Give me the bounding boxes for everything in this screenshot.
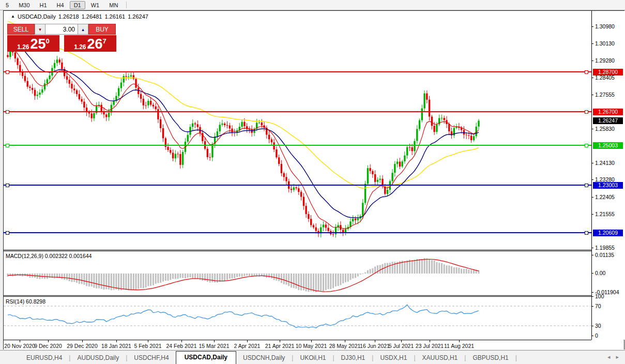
date-tick — [459, 340, 460, 342]
tab-gbpusd-h1[interactable]: GBPUSD,H1 — [466, 352, 515, 364]
axis-tick — [591, 197, 593, 198]
timeframe-button-h1[interactable]: H1 — [36, 1, 51, 9]
axis-label-1.22405: 1.22405 — [595, 194, 615, 200]
macd-axis-label-0.00: 0.00 — [595, 270, 605, 276]
line-handle[interactable] — [6, 70, 9, 74]
price-badge-1.20609: 1.20609 — [593, 230, 623, 236]
axis-tick — [591, 43, 593, 44]
line-handle[interactable] — [585, 184, 588, 187]
chart-tabs-bar: EURUSD,H4|AUDUSD,Daily|USDCHF,H4USDCAD,D… — [0, 350, 625, 364]
sell-button[interactable]: SELL — [7, 24, 35, 35]
tab-dj30-h1[interactable]: DJ30,H1 — [334, 352, 372, 364]
date-tick — [82, 340, 83, 342]
date-label: 16 Jun 2021 — [360, 343, 390, 349]
collapse-triangle-icon[interactable]: ▲ — [11, 14, 15, 19]
sell-price-small: 1.26 — [17, 43, 29, 51]
date-label: 2 Apr 2021 — [234, 343, 261, 349]
axis-label-1.21555: 1.21555 — [595, 211, 615, 217]
axis-tick — [591, 296, 593, 297]
axis-tick — [591, 255, 593, 255]
buy-button[interactable]: BUY — [88, 24, 116, 35]
date-axis[interactable]: 20 Nov 20209 Dec 202029 Dec 202018 Jan 2… — [4, 340, 624, 350]
rsi-axis-label-0: 0 — [595, 332, 598, 339]
timeframe-button-h4[interactable]: H4 — [53, 1, 68, 9]
axis-tick — [591, 292, 593, 293]
tab-usdchf-h4[interactable]: USDCHF,H4 — [127, 352, 175, 364]
date-tick — [401, 340, 402, 342]
date-label: 18 Jan 2021 — [101, 343, 131, 349]
buy-price-big: 26 — [87, 38, 103, 51]
tab-usdx-h1[interactable]: USDX,H1 — [373, 352, 414, 364]
axis-label-1.25830: 1.25830 — [595, 126, 615, 132]
axis-label-1.24130: 1.24130 — [595, 160, 615, 166]
tab-usdcnh-daily[interactable]: USDCNH,Daily — [236, 352, 292, 364]
horizontal-line-1.287[interactable] — [4, 71, 591, 72]
tab-xauusd-h1[interactable]: XAUUSD,H1 — [416, 352, 465, 364]
tab-audusd-daily[interactable]: AUDUSD,Daily — [70, 352, 126, 364]
date-label: 5 Feb 2021 — [134, 343, 161, 349]
axis-tick — [591, 336, 593, 336]
axis-tick — [591, 129, 593, 129]
tab-usdcad-daily[interactable]: USDCAD,Daily — [176, 351, 236, 364]
rsi-indicator-panel[interactable] — [4, 296, 591, 340]
buy-price-display[interactable]: 1.26 26 7 — [64, 35, 116, 52]
axis-tick — [591, 95, 593, 95]
tab-separator: | — [515, 354, 517, 364]
axis-tick — [591, 179, 593, 180]
line-handle[interactable] — [585, 70, 588, 74]
current-price-badge: 1.26247 — [593, 117, 623, 124]
line-handle[interactable] — [585, 231, 588, 235]
horizontal-line-1.25003[interactable] — [4, 145, 591, 146]
price-axis[interactable]: 1.309801.301301.292801.287001.284051.275… — [592, 11, 625, 340]
tab-eurusd-h4[interactable]: EURUSD,H4 — [20, 352, 69, 364]
horizontal-line-1.23003[interactable] — [4, 185, 591, 186]
line-handle[interactable] — [585, 144, 588, 147]
date-tick — [20, 340, 20, 342]
date-tick — [48, 340, 49, 342]
sell-price-display[interactable]: 1.26 25 0 — [7, 35, 59, 52]
axis-label-1.19855: 1.19855 — [595, 245, 615, 251]
sell-price-big: 25 — [31, 38, 46, 51]
volume-decrease-button[interactable]: ▾ — [35, 24, 45, 35]
date-label: 21 Apr 2021 — [265, 343, 295, 349]
axis-tick — [591, 163, 593, 163]
line-handle[interactable] — [6, 110, 9, 114]
axis-label-1.30980: 1.30980 — [595, 23, 615, 29]
candles-and-ma-layer — [7, 21, 479, 237]
timeframe-button-m30[interactable]: M30 — [14, 1, 34, 9]
tab-scroll-arrows[interactable]: ◂ ▸ — [607, 354, 625, 364]
ohlc-open: 1.26218 — [58, 13, 79, 20]
volume-increase-button[interactable]: ▴ — [78, 24, 88, 35]
line-handle[interactable] — [585, 110, 588, 114]
timeframe-button-w1[interactable]: W1 — [87, 1, 104, 9]
one-click-trading-panel: SELL ▾ 3.00 ▴ BUY 1.26 25 0 1.26 26 7 — [7, 24, 116, 52]
tab-ukoil-h1[interactable]: UKOil,H1 — [293, 352, 332, 364]
line-handle[interactable] — [6, 231, 9, 235]
date-label: 20 Nov 2020 — [4, 343, 35, 349]
axis-tick — [591, 60, 593, 61]
timeframe-button-d1[interactable]: D1 — [70, 1, 85, 9]
date-label: 11 Aug 2021 — [444, 343, 474, 349]
rsi-axis-label-30: 30 — [595, 323, 601, 329]
volume-input[interactable]: 3.00 — [45, 24, 78, 35]
date-tick — [345, 340, 345, 342]
timeframe-button-5[interactable]: 5 — [2, 1, 13, 9]
macd-axis-label-0.01135: 0.01135 — [595, 252, 614, 258]
macd-indicator-panel[interactable] — [4, 251, 591, 295]
axis-tick — [591, 26, 593, 27]
timeframe-button-mn[interactable]: MN — [105, 1, 122, 9]
date-tick — [280, 340, 280, 342]
date-tick — [116, 340, 117, 342]
ohlc-low: 1.26161 — [104, 13, 125, 20]
rsi-axis-label-100: 100 — [595, 293, 604, 299]
macd-histogram-and-signal — [7, 258, 480, 292]
line-handle[interactable] — [6, 184, 9, 187]
ohlc-high: 1.26481 — [82, 13, 102, 20]
axis-label-1.27555: 1.27555 — [595, 92, 615, 98]
horizontal-line-1.20609[interactable] — [4, 232, 591, 233]
horizontal-line-1.267[interactable] — [4, 111, 591, 112]
line-handle[interactable] — [6, 144, 9, 147]
axis-label-1.30130: 1.30130 — [595, 40, 615, 47]
axis-tick — [591, 273, 593, 274]
date-tick — [430, 340, 430, 342]
